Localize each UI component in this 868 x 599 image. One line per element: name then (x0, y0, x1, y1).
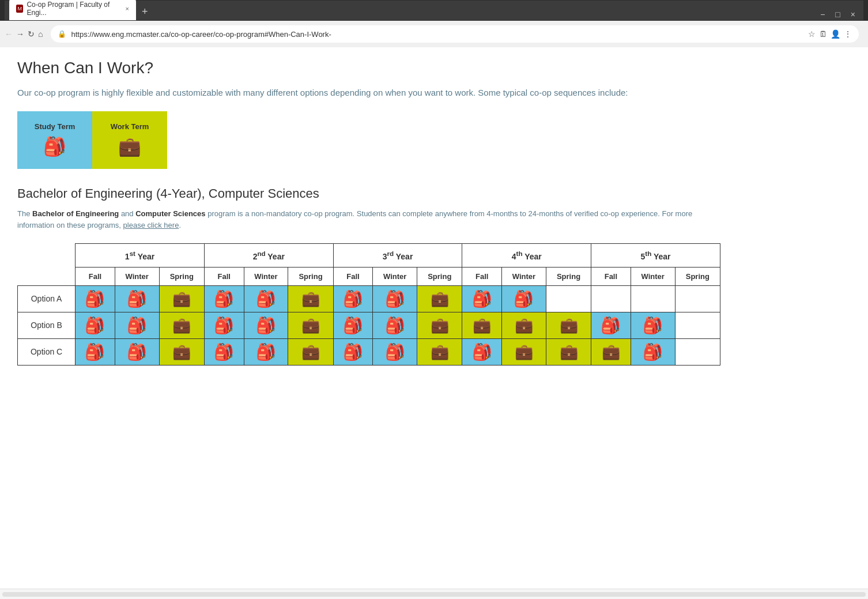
col-4-spring: Spring (546, 267, 591, 285)
extension-icon[interactable]: 🗓 (819, 29, 827, 39)
back-button[interactable]: ← (5, 29, 13, 39)
cell-1-8: 🎒 (373, 285, 417, 312)
col-3-spring: Spring (417, 267, 462, 285)
section-title: Bachelor of Engineering (4-Year), Comput… (17, 186, 720, 201)
tab-title: Co-op Program | Faculty of Engi... (27, 1, 119, 17)
cell-3-8: 🎒 (373, 338, 417, 365)
close-button[interactable]: × (847, 9, 859, 20)
study-term-legend: Study Term 🎒 (17, 111, 92, 169)
col-5-winter: Winter (631, 267, 675, 285)
year-1-header: 1st Year (76, 244, 205, 268)
forward-button[interactable]: → (16, 29, 24, 39)
cell-2-13: 🎒 (591, 312, 631, 338)
cell-3-3: 💼 (159, 338, 204, 365)
cell-2-15 (675, 312, 720, 338)
cell-1-11: 🎒 (501, 285, 546, 312)
cell-2-2: 🎒 (115, 312, 159, 338)
tab-close-button[interactable]: × (126, 5, 129, 12)
cell-1-13 (591, 285, 631, 312)
cell-3-14: 🎒 (631, 338, 675, 365)
cell-1-1: 🎒 (76, 285, 115, 312)
cell-3-10: 🎒 (462, 338, 502, 365)
cell-2-3: 💼 (159, 312, 204, 338)
horizontal-scrollbar[interactable] (2, 592, 866, 597)
profile-icon[interactable]: 👤 (831, 29, 840, 39)
cell-3-15 (675, 338, 720, 365)
cell-2-8: 🎒 (373, 312, 417, 338)
lock-icon: 🔒 (58, 30, 66, 38)
year-2-header: 2nd Year (204, 244, 333, 268)
cell-1-6: 💼 (288, 285, 333, 312)
cell-2-14: 🎒 (631, 312, 675, 338)
cell-3-1: 🎒 (76, 338, 115, 365)
table-row: Option C🎒🎒💼🎒🎒💼🎒🎒💼🎒💼💼💼🎒 (18, 338, 720, 365)
menu-icon[interactable]: ⋮ (844, 29, 852, 39)
active-tab[interactable]: M Co-op Program | Faculty of Engi... × (9, 0, 136, 20)
cell-3-9: 💼 (417, 338, 462, 365)
cell-1-7: 🎒 (333, 285, 373, 312)
cell-2-5: 🎒 (244, 312, 288, 338)
cell-3-4: 🎒 (204, 338, 244, 365)
cell-1-12 (546, 285, 591, 312)
work-term-icon: 💼 (118, 135, 141, 157)
cell-3-11: 💼 (501, 338, 546, 365)
year-4-header: 4th Year (462, 244, 591, 268)
tab-favicon: M (16, 5, 23, 13)
col-2-fall: Fall (204, 267, 244, 285)
cell-1-9: 💼 (417, 285, 462, 312)
cell-3-7: 🎒 (333, 338, 373, 365)
bold-program2: Computer Sciences (135, 209, 205, 218)
title-bar: M Co-op Program | Faculty of Engi... × +… (0, 0, 868, 21)
cell-3-2: 🎒 (115, 338, 159, 365)
url-text: https://www.eng.mcmaster.ca/co-op-career… (71, 30, 803, 39)
col-1-fall: Fall (76, 267, 115, 285)
cell-1-3: 💼 (159, 285, 204, 312)
address-bar[interactable]: 🔒 https://www.eng.mcmaster.ca/co-op-care… (51, 25, 859, 43)
star-icon[interactable]: ☆ (808, 29, 816, 39)
cell-1-5: 🎒 (244, 285, 288, 312)
bold-program1: Bachelor of Engineering (32, 209, 119, 218)
col-5-spring: Spring (675, 267, 720, 285)
col-3-winter: Winter (373, 267, 417, 285)
year-header-row: 1st Year 2nd Year 3rd Year 4th Year 5th … (18, 244, 720, 268)
option-1-label: Option A (18, 285, 76, 312)
browser-window: M Co-op Program | Faculty of Engi... × +… (0, 0, 868, 47)
schedule-table: 1st Year 2nd Year 3rd Year 4th Year 5th … (17, 243, 720, 366)
page-title: When Can I Work? (17, 59, 720, 77)
click-here-link[interactable]: please click here (123, 221, 179, 229)
col-5-fall: Fall (591, 267, 631, 285)
study-term-icon: 🎒 (43, 135, 66, 157)
work-term-label: Work Term (111, 122, 149, 131)
season-header-row: Fall Winter Spring Fall Winter Spring Fa… (18, 267, 720, 285)
col-1-winter: Winter (115, 267, 159, 285)
col-4-winter: Winter (501, 267, 546, 285)
year-5-header: 5th Year (591, 244, 720, 268)
page-content: When Can I Work? Our co-op program is hi… (0, 47, 738, 589)
minimize-button[interactable]: − (817, 9, 828, 20)
cell-3-5: 🎒 (244, 338, 288, 365)
cell-2-6: 💼 (288, 312, 333, 338)
study-term-label: Study Term (35, 122, 76, 131)
cell-1-2: 🎒 (115, 285, 159, 312)
year-3-header: 3rd Year (333, 244, 462, 268)
cell-3-13: 💼 (591, 338, 631, 365)
cell-1-4: 🎒 (204, 285, 244, 312)
cell-3-12: 💼 (546, 338, 591, 365)
cell-2-9: 💼 (417, 312, 462, 338)
address-bar-actions: ☆ 🗓 👤 ⋮ (808, 29, 852, 39)
table-row: Option A🎒🎒💼🎒🎒💼🎒🎒💼🎒🎒 (18, 285, 720, 312)
col-3-fall: Fall (333, 267, 373, 285)
refresh-button[interactable]: ↻ (28, 29, 35, 39)
cell-2-1: 🎒 (76, 312, 115, 338)
browser-bottom-bar (0, 589, 868, 599)
option-3-label: Option C (18, 338, 76, 365)
col-2-winter: Winter (244, 267, 288, 285)
maximize-button[interactable]: □ (832, 9, 843, 20)
new-tab-button[interactable]: + (136, 3, 154, 20)
cell-2-7: 🎒 (333, 312, 373, 338)
intro-paragraph: Our co-op program is highly flexible and… (17, 86, 720, 100)
option-2-label: Option B (18, 312, 76, 338)
cell-1-15 (675, 285, 720, 312)
home-button[interactable]: ⌂ (38, 29, 43, 39)
col-2-spring: Spring (288, 267, 333, 285)
